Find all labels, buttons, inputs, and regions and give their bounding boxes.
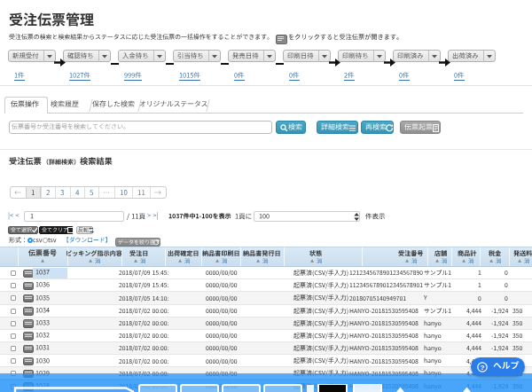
svg-text:?: ? xyxy=(481,363,485,371)
